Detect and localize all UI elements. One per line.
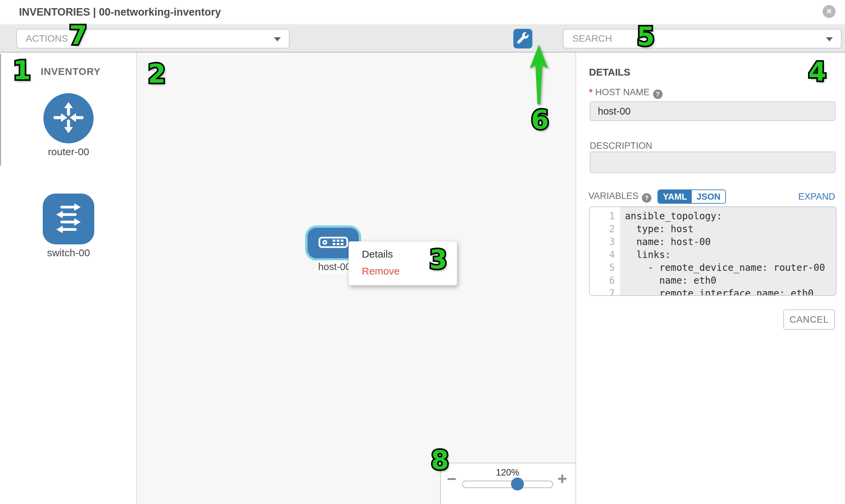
palette-item-switch-label: switch-00 [0, 247, 137, 258]
description-label: DESCRIPTION [590, 141, 652, 151]
context-menu-item-details[interactable]: Details [349, 246, 457, 263]
line-text: links: [620, 249, 671, 261]
wrench-icon [517, 32, 529, 45]
line-number: 7 [590, 287, 620, 296]
router-icon [52, 101, 85, 135]
line-text: name: host-00 [620, 236, 711, 249]
code-line: 3 name: host-00 [590, 236, 836, 249]
help-icon[interactable]: ? [642, 193, 651, 203]
line-number: 2 [590, 223, 620, 236]
variables-label: VARIABLES [588, 191, 638, 201]
code-line: 1ansible_topology: [590, 210, 836, 223]
host-icon [318, 237, 348, 250]
host-node-label: host-00 [317, 260, 352, 273]
node-context-menu: Details Remove [349, 241, 457, 285]
context-menu-item-remove[interactable]: Remove [349, 263, 457, 280]
variables-code-editor[interactable]: 1ansible_topology: 2 type: host 3 name: … [589, 206, 837, 296]
line-number: 6 [590, 274, 620, 287]
help-icon[interactable]: ? [653, 89, 663, 99]
description-input[interactable] [590, 151, 835, 173]
zoom-level-label: 120% [462, 467, 553, 478]
host-name-label-row: *HOST NAME? [589, 87, 663, 99]
inventory-palette-sidebar: INVENTORY router-00 switch-00 [0, 53, 137, 504]
host-name-label: HOST NAME [595, 87, 650, 97]
close-icon[interactable]: ✕ [823, 5, 835, 18]
code-line: 7 remote_interface_name: eth0 [590, 287, 836, 296]
code-line: 5 - remote_device_name: router-00 [590, 261, 836, 274]
variables-label-wrap: VARIABLES? [588, 191, 651, 203]
variables-header-row: VARIABLES? YAML JSON EXPAND [588, 190, 836, 204]
required-asterisk: * [589, 87, 593, 97]
code-line: 6 name: eth0 [590, 274, 836, 287]
switch-icon [52, 201, 85, 237]
chevron-down-icon [274, 37, 281, 41]
line-number: 4 [590, 249, 620, 261]
zoom-slider-handle[interactable] [511, 478, 524, 490]
line-number: 5 [590, 261, 620, 274]
search-dropdown[interactable]: SEARCH [563, 29, 842, 49]
details-panel-title: DETAILS [589, 67, 630, 78]
line-text: ansible_topology: [620, 210, 722, 223]
palette-item-router-label: router-00 [0, 146, 137, 158]
tab-json[interactable]: JSON [692, 190, 725, 203]
actions-dropdown-label: ACTIONS [26, 33, 68, 44]
line-text: - remote_device_name: router-00 [620, 261, 825, 274]
variables-format-toggle: YAML JSON [657, 190, 726, 204]
line-number: 1 [590, 210, 620, 223]
line-text: type: host [620, 223, 693, 236]
code-line: 4 links: [590, 249, 836, 261]
tab-yaml[interactable]: YAML [658, 190, 692, 203]
zoom-control: 120% − + [440, 463, 576, 504]
palette-title: INVENTORY [41, 66, 101, 77]
toolbar: ACTIONS SEARCH [0, 25, 845, 53]
code-line: 2 type: host [590, 223, 836, 236]
line-text: name: eth0 [620, 274, 717, 287]
details-panel: DETAILS *HOST NAME? DESCRIPTION VARIABLE… [576, 53, 845, 504]
breadcrumb-title: INVENTORIES | 00-networking-inventory [19, 0, 221, 24]
zoom-slider-track[interactable] [462, 481, 553, 488]
expand-link[interactable]: EXPAND [798, 192, 835, 202]
configure-tools-button[interactable] [513, 29, 532, 49]
cancel-button[interactable]: CANCEL [783, 309, 835, 330]
actions-dropdown[interactable]: ACTIONS [16, 29, 289, 49]
host-name-input[interactable] [590, 101, 835, 121]
zoom-out-button[interactable]: − [447, 471, 456, 487]
page-header: INVENTORIES | 00-networking-inventory ✕ [0, 0, 845, 24]
palette-item-router[interactable] [43, 93, 93, 143]
chevron-down-icon [826, 37, 833, 41]
palette-item-switch[interactable] [43, 194, 94, 245]
line-number: 3 [590, 236, 620, 249]
zoom-in-button[interactable]: + [558, 471, 567, 487]
topology-canvas[interactable]: host-00 Details Remove 120% − + [137, 53, 576, 504]
search-dropdown-label: SEARCH [573, 33, 612, 44]
line-text: remote_interface_name: eth0 [620, 287, 813, 296]
